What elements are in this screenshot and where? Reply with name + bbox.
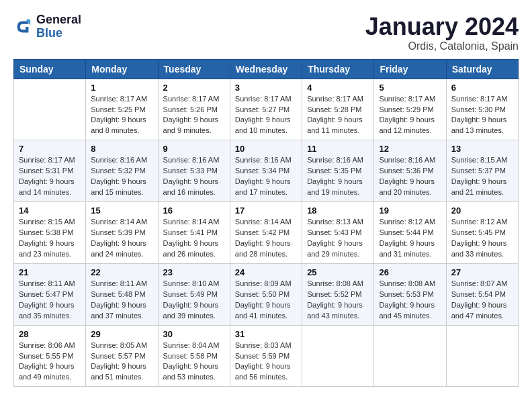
calendar-cell: 8Sunrise: 8:16 AMSunset: 5:32 PMDaylight… (86, 140, 158, 202)
col-thursday: Thursday (302, 59, 374, 79)
calendar-cell: 5Sunrise: 8:17 AMSunset: 5:29 PMDaylight… (374, 79, 446, 140)
day-info: Sunrise: 8:11 AMSunset: 5:48 PMDaylight:… (91, 279, 152, 322)
day-info: Sunrise: 8:16 AMSunset: 5:36 PMDaylight:… (379, 155, 441, 198)
calendar-cell: 25Sunrise: 8:08 AMSunset: 5:52 PMDayligh… (302, 263, 374, 325)
logo-text: General Blue (36, 13, 81, 40)
day-number: 2 (163, 83, 225, 93)
day-info: Sunrise: 8:16 AMSunset: 5:32 PMDaylight:… (91, 155, 152, 198)
day-number: 23 (163, 267, 225, 277)
day-number: 9 (163, 144, 225, 154)
col-wednesday: Wednesday (230, 59, 302, 79)
day-number: 8 (91, 144, 152, 154)
day-info: Sunrise: 8:12 AMSunset: 5:45 PMDaylight:… (451, 217, 513, 260)
day-number: 5 (379, 83, 441, 93)
calendar-cell: 20Sunrise: 8:12 AMSunset: 5:45 PMDayligh… (446, 202, 518, 264)
day-number: 7 (19, 144, 81, 154)
calendar-cell: 12Sunrise: 8:16 AMSunset: 5:36 PMDayligh… (374, 140, 446, 202)
day-info: Sunrise: 8:10 AMSunset: 5:49 PMDaylight:… (163, 279, 225, 322)
day-info: Sunrise: 8:15 AMSunset: 5:38 PMDaylight:… (19, 217, 81, 260)
day-number: 20 (451, 205, 513, 216)
day-number: 22 (91, 267, 152, 277)
day-info: Sunrise: 8:03 AMSunset: 5:59 PMDaylight:… (235, 340, 297, 383)
day-number: 16 (163, 205, 225, 216)
day-info: Sunrise: 8:13 AMSunset: 5:43 PMDaylight:… (307, 217, 369, 260)
day-info: Sunrise: 8:17 AMSunset: 5:25 PMDaylight:… (91, 94, 152, 137)
calendar-cell (14, 79, 86, 140)
day-number: 6 (451, 83, 513, 93)
calendar-cell: 13Sunrise: 8:15 AMSunset: 5:37 PMDayligh… (446, 140, 518, 202)
day-number: 21 (19, 267, 81, 277)
day-info: Sunrise: 8:07 AMSunset: 5:54 PMDaylight:… (451, 279, 513, 322)
calendar-cell (446, 325, 518, 387)
day-info: Sunrise: 8:16 AMSunset: 5:34 PMDaylight:… (235, 155, 297, 198)
calendar-cell: 23Sunrise: 8:10 AMSunset: 5:49 PMDayligh… (158, 263, 230, 325)
day-info: Sunrise: 8:14 AMSunset: 5:39 PMDaylight:… (91, 217, 152, 260)
day-info: Sunrise: 8:14 AMSunset: 5:41 PMDaylight:… (163, 217, 225, 260)
calendar-cell: 2Sunrise: 8:17 AMSunset: 5:26 PMDaylight… (158, 79, 230, 140)
day-number: 30 (163, 329, 225, 339)
calendar-cell (302, 325, 374, 387)
day-number: 27 (451, 267, 513, 277)
calendar-cell: 9Sunrise: 8:16 AMSunset: 5:33 PMDaylight… (158, 140, 230, 202)
calendar-cell: 1Sunrise: 8:17 AMSunset: 5:25 PMDaylight… (86, 79, 158, 140)
col-saturday: Saturday (446, 59, 518, 79)
day-number: 12 (379, 144, 441, 154)
calendar-cell: 14Sunrise: 8:15 AMSunset: 5:38 PMDayligh… (14, 202, 86, 264)
calendar-cell: 6Sunrise: 8:17 AMSunset: 5:30 PMDaylight… (446, 79, 518, 140)
day-info: Sunrise: 8:17 AMSunset: 5:30 PMDaylight:… (451, 94, 513, 137)
day-info: Sunrise: 8:08 AMSunset: 5:52 PMDaylight:… (307, 279, 369, 322)
calendar-cell: 22Sunrise: 8:11 AMSunset: 5:48 PMDayligh… (86, 263, 158, 325)
col-friday: Friday (374, 59, 446, 79)
day-info: Sunrise: 8:17 AMSunset: 5:27 PMDaylight:… (235, 94, 297, 137)
col-monday: Monday (86, 59, 158, 79)
calendar-week-row: 14Sunrise: 8:15 AMSunset: 5:38 PMDayligh… (14, 202, 519, 264)
calendar-cell: 30Sunrise: 8:04 AMSunset: 5:58 PMDayligh… (158, 325, 230, 387)
calendar-cell: 18Sunrise: 8:13 AMSunset: 5:43 PMDayligh… (302, 202, 374, 264)
day-info: Sunrise: 8:05 AMSunset: 5:57 PMDaylight:… (91, 340, 152, 383)
day-number: 31 (235, 329, 297, 339)
logo-icon (13, 17, 32, 36)
day-number: 4 (307, 83, 369, 93)
day-number: 19 (379, 205, 441, 216)
col-sunday: Sunday (14, 59, 86, 79)
day-info: Sunrise: 8:16 AMSunset: 5:33 PMDaylight:… (163, 155, 225, 198)
day-info: Sunrise: 8:17 AMSunset: 5:29 PMDaylight:… (379, 94, 441, 137)
day-number: 28 (19, 329, 81, 339)
calendar-week-row: 21Sunrise: 8:11 AMSunset: 5:47 PMDayligh… (14, 263, 519, 325)
day-info: Sunrise: 8:17 AMSunset: 5:26 PMDaylight:… (163, 94, 225, 137)
calendar-cell: 4Sunrise: 8:17 AMSunset: 5:28 PMDaylight… (302, 79, 374, 140)
calendar-cell: 17Sunrise: 8:14 AMSunset: 5:42 PMDayligh… (230, 202, 302, 264)
calendar-cell: 27Sunrise: 8:07 AMSunset: 5:54 PMDayligh… (446, 263, 518, 325)
page-container: General Blue January 2024 Ordis, Catalon… (13, 13, 519, 387)
calendar-cell: 29Sunrise: 8:05 AMSunset: 5:57 PMDayligh… (86, 325, 158, 387)
calendar-title: January 2024 (365, 13, 519, 40)
day-number: 11 (307, 144, 369, 154)
day-number: 10 (235, 144, 297, 154)
day-number: 15 (91, 205, 152, 216)
day-number: 25 (307, 267, 369, 277)
day-info: Sunrise: 8:11 AMSunset: 5:47 PMDaylight:… (19, 279, 81, 322)
title-section: January 2024 Ordis, Catalonia, Spain (365, 13, 519, 52)
day-number: 1 (91, 83, 152, 93)
calendar-cell: 19Sunrise: 8:12 AMSunset: 5:44 PMDayligh… (374, 202, 446, 264)
calendar-week-row: 7Sunrise: 8:17 AMSunset: 5:31 PMDaylight… (14, 140, 519, 202)
day-info: Sunrise: 8:06 AMSunset: 5:55 PMDaylight:… (19, 340, 81, 383)
day-number: 29 (91, 329, 152, 339)
day-number: 18 (307, 205, 369, 216)
calendar-cell: 24Sunrise: 8:09 AMSunset: 5:50 PMDayligh… (230, 263, 302, 325)
day-info: Sunrise: 8:17 AMSunset: 5:28 PMDaylight:… (307, 94, 369, 137)
calendar-cell: 31Sunrise: 8:03 AMSunset: 5:59 PMDayligh… (230, 325, 302, 387)
day-number: 24 (235, 267, 297, 277)
day-number: 17 (235, 205, 297, 216)
calendar-header-row: Sunday Monday Tuesday Wednesday Thursday… (14, 59, 519, 79)
calendar-cell: 15Sunrise: 8:14 AMSunset: 5:39 PMDayligh… (86, 202, 158, 264)
col-tuesday: Tuesday (158, 59, 230, 79)
calendar-table: Sunday Monday Tuesday Wednesday Thursday… (13, 59, 519, 387)
calendar-cell: 10Sunrise: 8:16 AMSunset: 5:34 PMDayligh… (230, 140, 302, 202)
day-info: Sunrise: 8:15 AMSunset: 5:37 PMDaylight:… (451, 155, 513, 198)
calendar-cell (374, 325, 446, 387)
day-info: Sunrise: 8:08 AMSunset: 5:53 PMDaylight:… (379, 279, 441, 322)
calendar-cell: 16Sunrise: 8:14 AMSunset: 5:41 PMDayligh… (158, 202, 230, 264)
header: General Blue January 2024 Ordis, Catalon… (13, 13, 519, 52)
logo: General Blue (13, 13, 81, 40)
